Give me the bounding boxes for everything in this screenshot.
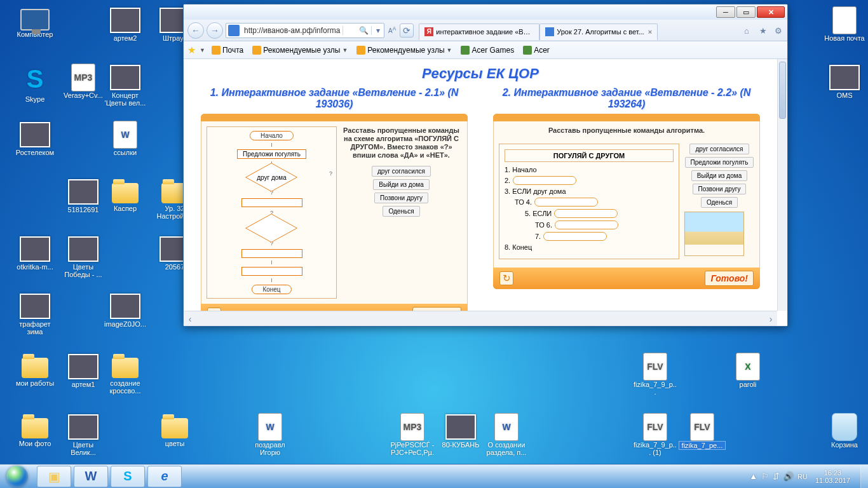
fav-dropdown-icon[interactable]: ▼ <box>200 47 205 53</box>
draggable-chip[interactable]: Оденься <box>383 206 419 217</box>
fav-recommended-1[interactable]: Рекомендуемые узлы ▼ <box>250 44 350 56</box>
start-button[interactable] <box>0 464 34 489</box>
icon-label: цветы <box>151 440 198 447</box>
browser-tab[interactable]: Яинтерактивное задание «Ветв... <box>419 24 539 40</box>
dropdown-icon[interactable]: ▾ <box>371 26 384 35</box>
draggable-chip[interactable]: Выйди из дома <box>373 179 429 190</box>
browser-tab[interactable]: Урок 27. Алгоритмы с вет...× <box>539 24 658 40</box>
desktop-icon[interactable]: цветы <box>151 413 198 447</box>
refresh-button[interactable]: ⟳ <box>400 24 414 37</box>
desktop-icon[interactable]: Концерт 'Цветы вел... <box>102 64 149 107</box>
fav-acer[interactable]: Acer <box>520 44 552 56</box>
drop-slot[interactable] <box>534 198 598 207</box>
desktop-icon[interactable]: SSkype <box>11 64 58 103</box>
desktop-icon[interactable]: Wпоздравл Игорю <box>247 413 294 456</box>
list-title: ПОГУЛЯЙ С ДРУГОМ <box>505 149 674 162</box>
desktop-icon[interactable]: FLVfizika_7_9_p... <box>632 353 679 396</box>
horizontal-scrollbar[interactable]: ‹ › <box>184 311 777 326</box>
flow-slot-2[interactable] <box>241 249 302 258</box>
show-desktop-button[interactable] <box>860 464 868 489</box>
desktop-icon[interactable]: трафарет зима <box>11 292 58 336</box>
hscroll-right[interactable]: › <box>764 314 777 324</box>
hscroll-left[interactable]: ‹ <box>184 314 196 324</box>
drop-slot[interactable] <box>555 220 618 229</box>
taskbar-ie[interactable]: e <box>147 466 182 487</box>
vertical-scrollbar[interactable] <box>777 59 787 311</box>
maximize-button[interactable]: ▭ <box>736 6 756 18</box>
algo-step: 8. Конец <box>505 243 674 251</box>
drop-slot[interactable] <box>543 232 607 241</box>
draggable-chip[interactable]: Предложи погулять <box>685 157 754 168</box>
vscroll-thumb[interactable] <box>779 62 786 119</box>
desktop-icon[interactable]: Ростелеком <box>11 121 58 156</box>
desktop-icon[interactable]: Xparoli <box>724 353 771 388</box>
draggable-chip[interactable]: друг согласился <box>689 144 749 154</box>
favorites-icon[interactable]: ★ <box>759 26 768 35</box>
tools-icon[interactable]: ⚙ <box>775 26 783 35</box>
compat-icon[interactable]: AA <box>387 25 397 34</box>
close-button[interactable]: ✕ <box>757 6 785 18</box>
home-icon[interactable]: ⌂ <box>744 26 753 35</box>
taskbar-explorer[interactable]: ▣ <box>37 466 71 487</box>
tray-volume-icon[interactable]: 🔊 <box>783 471 794 481</box>
desktop-icon[interactable]: imageZ0JO... <box>102 292 149 328</box>
desktop-icon[interactable]: FLVfizika_7_9_p... (1) <box>632 413 679 456</box>
draggable-chip[interactable]: друг согласился <box>372 166 431 177</box>
desktop-icon[interactable]: MP3РјРеPSCfСЃ - РЈС+РеС,Рµ... <box>389 413 436 456</box>
drop-slot[interactable] <box>513 176 576 185</box>
flow-cond2[interactable] <box>239 219 305 238</box>
desktop-icon[interactable]: Каспер <box>102 178 149 212</box>
desktop-icon[interactable]: артем2 <box>102 6 149 42</box>
desktop-icon[interactable]: Новая почта <box>821 6 868 42</box>
draggable-chip[interactable]: Позвони другу <box>374 193 428 203</box>
icon-label: мои работы <box>11 379 58 387</box>
fav-recommended-2[interactable]: Рекомендуемые узлы ▼ <box>354 44 454 56</box>
desktop-icon[interactable]: Цветы Победы - ... <box>60 235 107 278</box>
desktop-icon[interactable]: Мои фото <box>11 413 58 447</box>
fav-acer-games[interactable]: Acer Games <box>458 44 517 56</box>
fav-rec-label-2: Рекомендуемые узлы <box>367 46 444 55</box>
flow-slot-3[interactable] <box>241 267 302 276</box>
tray-lang[interactable]: RU <box>797 473 808 480</box>
reset-button-2[interactable]: ↻ <box>499 271 513 285</box>
search-icon[interactable]: 🔍 <box>342 26 371 35</box>
desktop-icon[interactable]: 51812691 <box>60 178 107 214</box>
draggable-chip[interactable]: Оденься <box>701 197 738 208</box>
fav-acer-label: Acer <box>534 46 550 55</box>
flow-slot-1[interactable] <box>241 198 302 207</box>
desktop-icon[interactable]: мои работы <box>11 353 58 387</box>
desktop-icon[interactable]: Wссылки <box>102 121 149 156</box>
tray-clock[interactable]: 16:23 11.03.2017 <box>811 469 854 484</box>
windows-orb-icon <box>6 466 28 487</box>
tab-close-icon[interactable]: × <box>648 28 652 36</box>
taskbar-skype[interactable]: S <box>111 466 145 487</box>
taskbar-word[interactable]: W <box>74 466 108 487</box>
tray-up-icon[interactable]: ▲ <box>749 471 757 481</box>
add-favorite-icon[interactable]: ★ <box>187 44 196 56</box>
desktop-icon[interactable]: otkritka-m... <box>11 235 58 271</box>
drop-slot[interactable] <box>554 209 618 218</box>
back-button[interactable]: ← <box>187 22 204 39</box>
desktop-icon[interactable]: WО создании раздела, п... <box>483 413 530 456</box>
minimize-button[interactable]: ─ <box>716 6 735 18</box>
icon-label: создание кроссво... <box>102 379 149 395</box>
tray-flag-icon[interactable]: ⚐ <box>761 471 769 481</box>
desktop-icon[interactable]: FLVfizika_7_pe... <box>679 413 726 450</box>
desktop-icon[interactable]: 80-КУБАНЬ <box>437 413 484 449</box>
address-bar[interactable]: http://иванов-ам.рф/informa 🔍 ▾ <box>226 23 384 38</box>
desktop-icon[interactable]: артем1 <box>60 353 107 388</box>
fav-mail[interactable]: Почта <box>209 44 246 56</box>
draggable-chip[interactable]: Выйди из дома <box>691 170 747 181</box>
desktop-icon[interactable]: Компьютер <box>11 6 58 38</box>
tray-network-icon[interactable]: ⇵ <box>773 471 780 481</box>
draggable-chip[interactable]: Позвони другу <box>693 184 747 194</box>
desktop-icon[interactable]: Цветы Велик... <box>60 413 107 456</box>
desktop-icon[interactable]: Корзина <box>821 413 868 449</box>
desktop-icon[interactable]: MP3Verasy+Cv... <box>60 64 107 99</box>
forward-button[interactable]: → <box>207 22 223 39</box>
ready-button-2[interactable]: Готово! <box>705 271 754 286</box>
icon-label: артем1 <box>60 381 107 388</box>
desktop-icon[interactable]: OMS <box>821 64 868 99</box>
window-titlebar[interactable]: ─ ▭ ✕ <box>184 4 787 20</box>
desktop-icon[interactable]: создание кроссво... <box>102 353 149 395</box>
